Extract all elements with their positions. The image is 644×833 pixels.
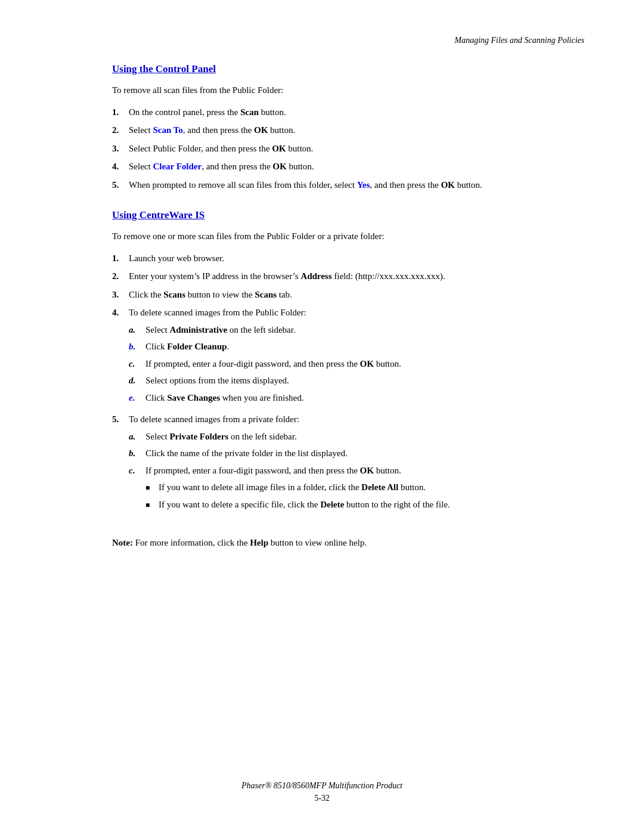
bullet-1-bold: Delete All [361, 482, 398, 492]
s2-step-4: 4. To delete scanned images from the Pub… [112, 306, 584, 408]
step-1-content: On the control panel, press the Scan but… [129, 106, 584, 119]
step-4-bold: OK [273, 162, 286, 171]
s2-step-5b: b. Click the name of the private folder … [129, 447, 584, 460]
note-label: Note: [112, 538, 133, 547]
step-2-number: 2. [112, 123, 129, 137]
s2-step-4e: e. Click Save Changes when you are finis… [129, 391, 584, 405]
step-3-content: Select Public Folder, and then press the… [129, 142, 584, 156]
step-2-content: Select Scan To, and then press the OK bu… [129, 123, 584, 137]
s2-step-5a: a. Select Private Folders on the left si… [129, 430, 584, 444]
step-5: 5. When prompted to remove all scan file… [112, 178, 584, 192]
s2-step-4e-label: e. [129, 391, 145, 405]
header-right: Managing Files and Scanning Policies [112, 36, 584, 45]
note-text: For more information, click the Help but… [135, 538, 367, 547]
s2-step-4d-content: Select options from the items displayed. [145, 374, 584, 388]
s2-step-4b-content: Click Folder Cleanup. [145, 340, 584, 354]
s2-step-4d-label: d. [129, 374, 145, 388]
step-2-blue-bold: Scan To [153, 125, 182, 135]
s2-step-3-bold1: Scans [163, 290, 185, 299]
s2-step-4b: b. Click Folder Cleanup. [129, 340, 584, 354]
s2-step-4-content: To delete scanned images from the Public… [129, 306, 584, 408]
s2-step-5a-content: Select Private Folders on the left sideb… [145, 430, 584, 444]
s2-step-4c-bold: OK [360, 359, 374, 368]
s2-step-4d: d. Select options from the items display… [129, 374, 584, 388]
bullet-1: ■ If you want to delete all image files … [145, 481, 584, 494]
note-help-bold: Help [250, 538, 268, 547]
s2-step-5b-label: b. [129, 447, 145, 460]
s2-step-4a-bold: Administrative [169, 325, 227, 335]
s2-step-3-content: Click the Scans button to view the Scans… [129, 288, 584, 302]
s2-step-4b-label: b. [129, 340, 145, 354]
note-bold-label: Note: [112, 538, 133, 547]
step-4-content: Select Clear Folder, and then press the … [129, 160, 584, 174]
footer-product: Phaser® 8510/8560MFP Multifunction Produ… [0, 781, 644, 791]
bullet-1-icon: ■ [145, 482, 159, 493]
s2-step-5c-content: If prompted, enter a four-digit password… [145, 464, 584, 515]
s2-step-4c-content: If prompted, enter a four-digit password… [145, 357, 584, 371]
step-4: 4. Select Clear Folder, and then press t… [112, 160, 584, 174]
step-3: 3. Select Public Folder, and then press … [112, 142, 584, 156]
s2-step-4c: c. If prompted, enter a four-digit passw… [129, 357, 584, 371]
s2-step-4a: a. Select Administrative on the left sid… [129, 323, 584, 337]
step-1-bold: Scan [240, 107, 259, 117]
section-control-panel: Using the Control Panel To remove all sc… [112, 63, 584, 191]
s2-step-2-number: 2. [112, 270, 129, 283]
s2-step-5a-bold: Private Folders [169, 432, 228, 441]
step-4-blue-bold: Clear Folder [153, 162, 202, 171]
section1-heading: Using the Control Panel [112, 63, 584, 75]
s2-step-5: 5. To delete scanned images from a priva… [112, 413, 584, 518]
s2-step-1-number: 1. [112, 252, 129, 265]
s2-step-2-content: Enter your system’s IP address in the br… [129, 270, 584, 283]
step-3-bold: OK [272, 144, 286, 153]
step-4-number: 4. [112, 160, 129, 174]
section-centreware: Using CentreWare IS To remove one or mor… [112, 209, 584, 518]
step-2-bold: OK [254, 125, 268, 135]
step-3-number: 3. [112, 142, 129, 156]
s2-step-5c-bullets: ■ If you want to delete all image files … [145, 481, 584, 511]
bullet-2-content: If you want to delete a specific file, c… [159, 498, 584, 512]
step-1: 1. On the control panel, press the Scan … [112, 106, 584, 119]
s2-step-4e-bold: Save Changes [167, 393, 220, 402]
bullet-2: ■ If you want to delete a specific file,… [145, 498, 584, 512]
s2-step-5a-label: a. [129, 430, 145, 444]
s2-step-5b-content: Click the name of the private folder in … [145, 447, 584, 460]
s2-step-3-number: 3. [112, 288, 129, 302]
s2-step-5c-label: c. [129, 464, 145, 478]
s2-step-5-number: 5. [112, 413, 129, 426]
s2-step-3: 3. Click the Scans button to view the Sc… [112, 288, 584, 302]
bullet-1-content: If you want to delete all image files in… [159, 481, 584, 494]
section2-intro: To remove one or more scan files from th… [112, 230, 584, 243]
step-1-number: 1. [112, 106, 129, 119]
s2-step-5-sublist: a. Select Private Folders on the left si… [129, 430, 584, 515]
step-5-blue-bold: Yes [357, 180, 370, 190]
s2-step-5c: c. If prompted, enter a four-digit passw… [129, 464, 584, 515]
note-section: Note: For more information, click the He… [112, 536, 584, 550]
section2-heading: Using CentreWare IS [112, 209, 584, 221]
s2-step-4e-content: Click Save Changes when you are finished… [145, 391, 584, 405]
s2-step-4a-content: Select Administrative on the left sideba… [145, 323, 584, 337]
bullet-2-icon: ■ [145, 500, 159, 510]
s2-step-2: 2. Enter your system’s IP address in the… [112, 270, 584, 283]
s2-step-1: 1. Launch your web browser. [112, 252, 584, 265]
section1-intro: To remove all scan files from the Public… [112, 83, 584, 97]
footer: Phaser® 8510/8560MFP Multifunction Produ… [0, 781, 644, 803]
header-title: Managing Files and Scanning Policies [454, 36, 584, 45]
section1-steps: 1. On the control panel, press the Scan … [112, 106, 584, 192]
s2-step-4b-bold: Folder Cleanup [167, 342, 227, 351]
bullet-2-bold: Delete [320, 500, 344, 509]
s2-step-4a-label: a. [129, 323, 145, 337]
section2-steps: 1. Launch your web browser. 2. Enter you… [112, 252, 584, 519]
step-5-number: 5. [112, 178, 129, 192]
s2-step-4c-label: c. [129, 357, 145, 371]
s2-step-1-content: Launch your web browser. [129, 252, 584, 265]
footer-page: 5-32 [314, 794, 330, 803]
s2-step-4-sublist: a. Select Administrative on the left sid… [129, 323, 584, 405]
page-container: Managing Files and Scanning Policies Usi… [0, 0, 644, 833]
s2-step-4-number: 4. [112, 306, 129, 320]
step-2: 2. Select Scan To, and then press the OK… [112, 123, 584, 137]
s2-step-2-bold: Address [301, 271, 332, 281]
step-5-content: When prompted to remove all scan files f… [129, 178, 584, 192]
step-5-bold: OK [441, 180, 454, 190]
s2-step-5-content: To delete scanned images from a private … [129, 413, 584, 518]
s2-step-3-bold2: Scans [255, 290, 277, 299]
